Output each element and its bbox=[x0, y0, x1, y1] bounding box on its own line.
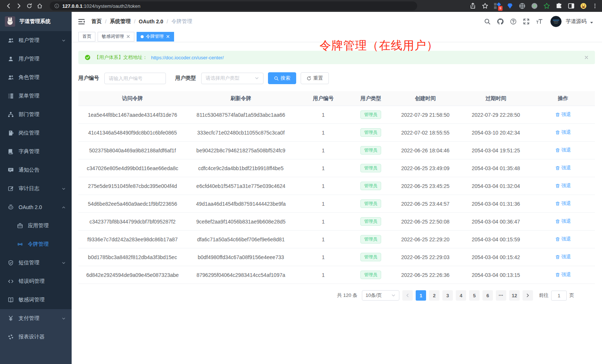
breadcrumb-item: 首页 bbox=[91, 18, 102, 25]
bookmark-star-icon[interactable] bbox=[482, 3, 488, 9]
sidebar-item[interactable]: 部门管理 bbox=[0, 105, 72, 124]
breadcrumb-label[interactable]: 首页 bbox=[91, 18, 102, 25]
user-id-cell: 1 bbox=[295, 165, 351, 171]
created-at-cell: 2022-06-25 22:26:36 bbox=[390, 272, 461, 278]
command-extension-icon[interactable] bbox=[519, 3, 526, 9]
puzzle-extension-icon[interactable] bbox=[556, 3, 562, 9]
force-logout-button[interactable]: 强退 bbox=[555, 218, 571, 225]
trash-icon bbox=[555, 272, 560, 277]
sidebar-item[interactable]: 审计日志 bbox=[0, 179, 72, 198]
tag-item[interactable]: 令牌管理 bbox=[137, 32, 174, 42]
access-token-cell: 502375b8040a469a9b82188afdf6af1f bbox=[78, 148, 187, 153]
goto-label: 前往 bbox=[539, 292, 549, 299]
browser-back-icon[interactable] bbox=[4, 2, 13, 10]
browser-forward-icon[interactable] bbox=[15, 2, 23, 10]
tag-close-icon[interactable] bbox=[126, 34, 130, 39]
sidebar-item[interactable]: 令牌管理 bbox=[0, 235, 72, 254]
gem-extension-icon[interactable] bbox=[507, 3, 513, 9]
goto-unit-label: 页 bbox=[569, 292, 574, 299]
expires-at-cell: 2054-03-04 01:32:04 bbox=[461, 183, 531, 189]
user-type-badge: 管理员 bbox=[360, 217, 381, 226]
force-logout-button[interactable]: 强退 bbox=[555, 271, 571, 278]
page-number-button[interactable]: 2 bbox=[429, 290, 439, 301]
force-logout-button[interactable]: 强退 bbox=[555, 147, 571, 153]
username[interactable]: 芋道源码 bbox=[566, 18, 586, 25]
sidebar-item[interactable]: 角色管理 bbox=[0, 68, 72, 87]
sidebar-item[interactable]: 通知公告 bbox=[0, 161, 72, 179]
page-number-button[interactable]: 5 bbox=[469, 290, 480, 301]
sidebar-item[interactable]: 字典管理 bbox=[0, 142, 72, 161]
next-page-button[interactable] bbox=[523, 290, 533, 301]
sidebar-item[interactable]: OAuth 2.0 bbox=[0, 198, 72, 216]
doc-link[interactable]: https://doc.iocoder.cn/user-center/ bbox=[151, 55, 224, 60]
force-logout-button[interactable]: 强退 bbox=[555, 165, 571, 171]
force-logout-button[interactable]: 强退 bbox=[555, 200, 571, 207]
menu-item-label: 应用管理 bbox=[28, 222, 49, 229]
breadcrumb-label[interactable]: 系统管理 bbox=[110, 18, 131, 25]
breadcrumb-label[interactable]: OAuth 2.0 bbox=[139, 19, 163, 24]
page-info-icon[interactable] bbox=[54, 3, 59, 9]
avatar[interactable] bbox=[550, 16, 562, 27]
tag-item[interactable]: 敏感词管理 bbox=[98, 32, 134, 42]
browser-reload-icon[interactable] bbox=[25, 2, 33, 10]
page-number-button[interactable]: 6 bbox=[482, 290, 493, 301]
star-extension-icon[interactable] bbox=[543, 3, 550, 9]
browser-menu-icon[interactable] bbox=[592, 3, 598, 9]
font-size-icon[interactable] bbox=[536, 18, 543, 25]
tag-close-icon[interactable] bbox=[166, 34, 170, 39]
page-number-button[interactable]: ••• bbox=[496, 290, 506, 301]
trash-icon bbox=[555, 112, 560, 117]
force-logout-label: 强退 bbox=[562, 165, 571, 171]
breadcrumb-label[interactable]: 令牌管理 bbox=[171, 18, 192, 25]
share-icon[interactable] bbox=[470, 3, 476, 9]
search-icon[interactable] bbox=[484, 18, 491, 25]
prev-page-button[interactable] bbox=[402, 290, 413, 301]
profile-emoji-icon[interactable] bbox=[580, 3, 587, 9]
sidebar-item[interactable]: 应用管理 bbox=[0, 216, 72, 235]
user-id-input[interactable] bbox=[104, 73, 166, 84]
tag-item[interactable]: 首页 bbox=[78, 32, 95, 42]
user-type-select[interactable]: 请选择用户类型 bbox=[201, 73, 264, 84]
sidebar-item[interactable]: 租户管理 bbox=[0, 31, 72, 50]
page-size-value: 10条/页 bbox=[366, 292, 382, 299]
sidebar-item[interactable]: 错误码管理 bbox=[0, 272, 72, 291]
page-number-button[interactable]: 1 bbox=[416, 290, 426, 301]
page-number-button[interactable]: 4 bbox=[456, 290, 466, 301]
table-row: 41c41346a548490f9dc8b01c6bfe0865 333ecfc… bbox=[78, 124, 595, 142]
menu-item-label: 菜单管理 bbox=[19, 93, 39, 99]
page-size-select[interactable]: 10条/页 bbox=[362, 290, 399, 301]
address-bar[interactable]: 127.0.0.1:1024/system/oauth2/token bbox=[50, 1, 417, 10]
browser-home-icon[interactable] bbox=[36, 2, 44, 10]
force-logout-button[interactable]: 强退 bbox=[555, 254, 571, 260]
force-logout-button[interactable]: 强退 bbox=[555, 129, 571, 136]
sidebar-item[interactable]: 支付管理 bbox=[0, 309, 72, 328]
sidebar-collapse-icon[interactable] bbox=[78, 19, 85, 25]
force-logout-button[interactable]: 强退 bbox=[555, 182, 571, 189]
search-button[interactable]: 搜索 bbox=[268, 72, 296, 84]
github-icon[interactable] bbox=[497, 18, 504, 25]
sidebar-item[interactable]: 短信管理 bbox=[0, 254, 72, 272]
caret-down-icon[interactable] bbox=[590, 21, 593, 24]
page-number-button[interactable]: 3 bbox=[442, 290, 453, 301]
sidebar-item[interactable]: 敏感词管理 bbox=[0, 291, 72, 309]
extension-grid-icon[interactable]: 9 bbox=[494, 3, 501, 10]
sidebar-menu: 租户管理 用户管理 角色管理 菜单管理 部门管理 bbox=[0, 31, 72, 309]
side-panel-icon[interactable] bbox=[568, 3, 575, 9]
help-icon[interactable] bbox=[510, 18, 517, 25]
page-number-button[interactable]: 12 bbox=[509, 290, 520, 301]
sidebar-item[interactable]: 用户管理 bbox=[0, 50, 72, 68]
goto-page-input[interactable] bbox=[551, 291, 567, 301]
menu-item-icon bbox=[8, 75, 14, 80]
fullscreen-icon[interactable] bbox=[523, 18, 530, 25]
force-logout-button[interactable]: 强退 bbox=[555, 236, 571, 242]
app-logo[interactable]: 芋道管理系统 bbox=[0, 12, 72, 31]
col-expires-at: 过期时间 bbox=[461, 95, 531, 102]
sidebar-item[interactable]: 岗位管理 bbox=[0, 124, 72, 142]
reset-button[interactable]: 重置 bbox=[301, 72, 329, 84]
force-logout-button[interactable]: 强退 bbox=[555, 111, 571, 118]
sidebar-item[interactable]: 报表设计器 bbox=[0, 328, 72, 346]
sidebar-item[interactable]: 菜单管理 bbox=[0, 87, 72, 105]
record-extension-icon[interactable] bbox=[531, 3, 538, 9]
menu-item-icon bbox=[8, 112, 14, 118]
alert-close-icon[interactable] bbox=[584, 55, 589, 60]
